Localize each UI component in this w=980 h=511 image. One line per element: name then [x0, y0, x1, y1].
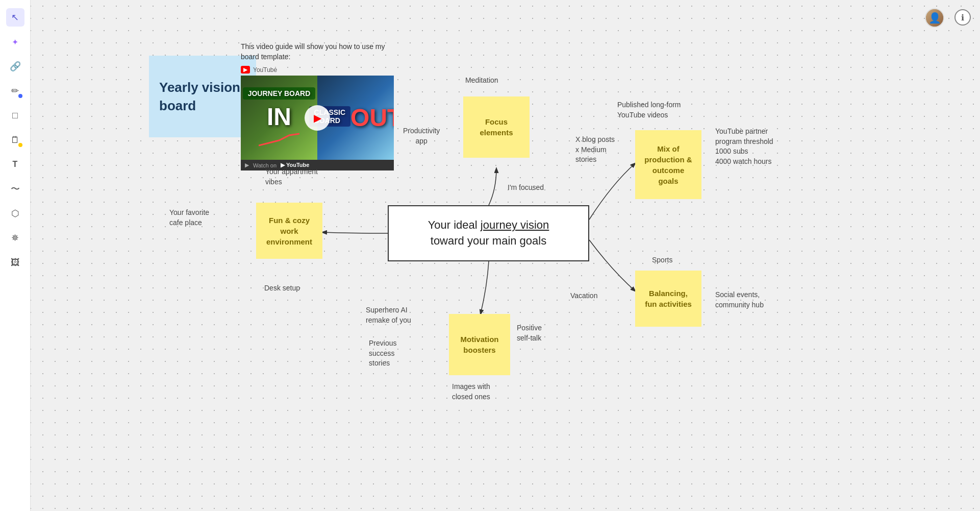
- im-focused-label: I'm focused: [508, 183, 544, 193]
- x-blog-posts-label: X blog postsx Mediumstories: [575, 135, 615, 165]
- published-longform-label: Published long-formYouTube videos: [617, 100, 681, 120]
- ai-icon[interactable]: ✦: [6, 33, 24, 51]
- yearly-vision-board: Yearly vision board: [149, 56, 256, 137]
- fun-cozy-text: Fun & cozy work environment: [263, 215, 315, 247]
- balancing-fun-text: Balancing, fun activities: [642, 288, 694, 309]
- balancing-fun-sticky[interactable]: Balancing, fun activities: [635, 271, 701, 327]
- motivation-boosters-sticky[interactable]: Motivation boosters: [449, 314, 510, 375]
- play-button[interactable]: ▶: [305, 105, 330, 131]
- motivation-boosters-text: Motivation boosters: [456, 334, 503, 355]
- desk-setup-label: Desk setup: [264, 283, 300, 294]
- your-appartment-label: Your appartmentvibes: [265, 167, 318, 187]
- video-source: ▶ YouTube: [241, 66, 394, 74]
- text-icon[interactable]: T: [6, 155, 24, 174]
- brush-icon[interactable]: 〜: [6, 180, 24, 198]
- link-icon[interactable]: 🔗: [6, 57, 24, 76]
- network-icon[interactable]: ⬡: [6, 204, 24, 223]
- image-icon[interactable]: 🖼: [6, 253, 24, 272]
- your-favorite-cafe-label: Your favoritecafe place: [169, 208, 209, 228]
- fun-cozy-sticky[interactable]: Fun & cozy work environment: [256, 203, 322, 259]
- mix-production-sticky[interactable]: Mix of production & outcome goals: [635, 130, 701, 199]
- focus-elements-sticky[interactable]: Focus elements: [463, 96, 530, 158]
- sports-label: Sports: [652, 255, 672, 265]
- focus-elements-text: Focus elements: [470, 116, 522, 138]
- note-icon[interactable]: 🗒: [6, 131, 24, 149]
- mix-production-text: Mix of production & outcome goals: [642, 143, 694, 186]
- previous-success-label: Previoussuccessstories: [369, 338, 396, 369]
- center-box-text: Your ideal journey visiontoward your mai…: [428, 217, 549, 249]
- journey-vision-link[interactable]: journey vision: [481, 218, 549, 231]
- meditation-label: Meditation: [465, 76, 498, 86]
- video-caption: This video guide will show you how to us…: [241, 42, 394, 62]
- productivity-app-label: Productivityapp: [403, 126, 440, 146]
- images-closed-label: Images withclosed ones: [452, 382, 490, 402]
- superhero-ai-label: Superhero AIremake of you: [366, 305, 411, 325]
- center-vision-box: Your ideal journey visiontoward your mai…: [388, 205, 589, 261]
- sidebar: ↖ ✦ 🔗 ✏ □ 🗒 T 〜 ⬡ ✵ 🖼: [0, 0, 31, 511]
- youtube-partner-label: YouTube partnerprogram threshold1000 sub…: [715, 127, 773, 166]
- canvas: Yearly vision board This video guide wil…: [31, 0, 980, 511]
- video-guide[interactable]: This video guide will show you how to us…: [241, 42, 394, 171]
- social-events-label: Social events,community hub: [715, 290, 764, 310]
- vacation-label: Vacation: [570, 291, 597, 301]
- cursor-icon[interactable]: ↖: [6, 8, 24, 27]
- magic-icon[interactable]: ✵: [6, 229, 24, 247]
- youtube-label: YouTube: [253, 66, 277, 74]
- pen-icon[interactable]: ✏: [6, 82, 24, 100]
- youtube-icon: ▶: [241, 66, 250, 74]
- shape-icon[interactable]: □: [6, 106, 24, 125]
- positive-self-talk-label: Positiveself-talk: [517, 323, 542, 343]
- video-thumbnail[interactable]: JOURNEY BOARD IN CLASSIC BOARD OUT ▶: [241, 76, 394, 160]
